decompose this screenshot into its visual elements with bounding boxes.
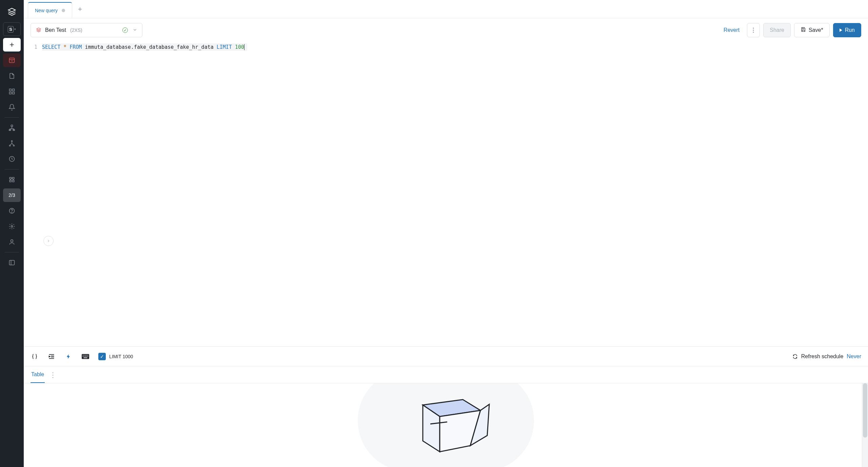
svg-point-18 — [11, 226, 13, 227]
workspace-switcher[interactable]: S ▾ — [3, 22, 21, 36]
results-scrollbar[interactable] — [862, 383, 868, 467]
svg-rect-25 — [83, 355, 83, 356]
create-new-button[interactable] — [3, 38, 21, 52]
run-label: Run — [845, 27, 855, 33]
expand-sidebar-toggle[interactable] — [43, 236, 54, 246]
dirty-indicator-icon — [62, 9, 65, 12]
tab-label: New query — [35, 8, 58, 13]
svg-point-8 — [11, 141, 12, 142]
help-nav[interactable] — [3, 204, 21, 218]
warehouse-selector[interactable]: Ben Test (2XS) ✓ — [31, 23, 142, 37]
svg-rect-14 — [9, 180, 11, 182]
warehouse-size: (2XS) — [70, 27, 82, 33]
revert-button[interactable]: Revert — [719, 23, 744, 37]
svg-rect-31 — [84, 356, 84, 357]
refresh-icon — [792, 354, 798, 359]
format-braces-button[interactable] — [31, 352, 39, 361]
save-label: Save* — [809, 27, 823, 33]
save-icon — [801, 27, 806, 34]
refresh-label: Refresh schedule — [801, 353, 844, 360]
flash-icon[interactable] — [64, 352, 73, 361]
svg-rect-1 — [9, 89, 12, 91]
warehouse-status-ok-icon: ✓ — [122, 27, 128, 33]
line-gutter: 1 — [24, 42, 42, 346]
empty-box-icon — [402, 385, 490, 456]
scrollbar-thumb[interactable] — [863, 383, 867, 438]
svg-rect-35 — [84, 357, 87, 358]
refresh-schedule-control[interactable]: Refresh schedule Never — [792, 353, 861, 360]
text-cursor — [244, 44, 244, 50]
sidebar-separator — [5, 252, 19, 252]
svg-point-9 — [9, 145, 11, 146]
workspace-letter: S — [8, 26, 14, 33]
line-number: 1 — [24, 43, 37, 51]
svg-point-23 — [753, 32, 754, 33]
checkbox-checked-icon: ✓ — [98, 353, 106, 360]
chevron-down-icon — [133, 27, 137, 33]
play-icon — [840, 28, 842, 32]
svg-rect-2 — [13, 89, 15, 91]
svg-rect-4 — [13, 92, 15, 94]
svg-rect-34 — [87, 356, 88, 357]
svg-rect-15 — [13, 180, 14, 182]
svg-point-17 — [12, 212, 12, 212]
settings-nav[interactable] — [3, 220, 21, 233]
keyboard-icon[interactable] — [81, 352, 90, 361]
limit-label: LIMIT 1000 — [109, 354, 133, 359]
svg-rect-12 — [9, 177, 11, 179]
compute-nav[interactable] — [3, 173, 21, 186]
sidebar-separator — [5, 117, 19, 118]
svg-rect-28 — [86, 355, 87, 356]
svg-rect-33 — [86, 356, 87, 357]
results-tab-table[interactable]: Table — [31, 366, 45, 383]
panel-toggle-nav[interactable] — [3, 256, 21, 269]
results-tabs: Table ⋮ — [24, 366, 868, 383]
nav-counter-badge[interactable]: 2/3 — [3, 188, 21, 202]
databricks-logo-icon[interactable] — [3, 5, 21, 20]
caret-down-icon: ▾ — [14, 27, 16, 31]
sql-editor[interactable]: 1 SELECT * FROM immuta_database.fake_dat… — [24, 42, 868, 346]
more-actions-button[interactable] — [747, 23, 760, 37]
svg-rect-32 — [85, 356, 86, 357]
share-button[interactable]: Share — [763, 23, 791, 37]
svg-rect-27 — [85, 355, 86, 356]
history-nav[interactable] — [3, 152, 21, 166]
add-tab-button[interactable] — [72, 0, 88, 18]
user-nav[interactable] — [3, 235, 21, 249]
editor-footer: ✓ LIMIT 1000 Refresh schedule Never — [24, 346, 868, 366]
refresh-value: Never — [847, 353, 861, 360]
tab-new-query[interactable]: New query — [28, 2, 72, 18]
svg-rect-29 — [87, 355, 88, 356]
lineage-nav[interactable] — [3, 137, 21, 150]
svg-rect-13 — [13, 177, 14, 179]
save-button[interactable]: Save* — [794, 23, 830, 37]
warehouse-name: Ben Test — [45, 27, 66, 33]
alerts-nav[interactable] — [3, 100, 21, 114]
svg-rect-5 — [11, 125, 13, 127]
svg-rect-0 — [9, 58, 15, 62]
data-nav[interactable] — [3, 121, 21, 135]
limit-rows-checkbox[interactable]: ✓ LIMIT 1000 — [98, 353, 133, 360]
indent-button[interactable] — [47, 352, 56, 361]
sidebar-separator — [5, 169, 19, 169]
sql-editor-nav[interactable] — [3, 54, 21, 67]
svg-point-21 — [753, 27, 754, 28]
svg-point-22 — [753, 29, 754, 31]
run-button[interactable]: Run — [833, 23, 861, 37]
code-area[interactable]: SELECT * FROM immuta_database.fake_datab… — [42, 42, 868, 346]
svg-rect-20 — [9, 260, 15, 265]
svg-rect-3 — [9, 92, 12, 94]
queries-nav[interactable] — [3, 69, 21, 83]
warehouse-icon — [36, 27, 42, 33]
dashboards-nav[interactable] — [3, 85, 21, 98]
svg-point-19 — [11, 240, 13, 242]
svg-rect-30 — [83, 356, 83, 357]
svg-rect-26 — [84, 355, 84, 356]
results-empty-state — [24, 383, 868, 467]
results-panel: Table ⋮ — [24, 366, 868, 467]
left-sidebar: S ▾ — [0, 0, 24, 467]
editor-tabs-row: New query — [24, 0, 868, 18]
editor-toolbar: Ben Test (2XS) ✓ Revert Share Sa — [24, 18, 868, 42]
results-tab-more-button[interactable]: ⋮ — [50, 371, 56, 378]
svg-point-10 — [13, 145, 14, 146]
